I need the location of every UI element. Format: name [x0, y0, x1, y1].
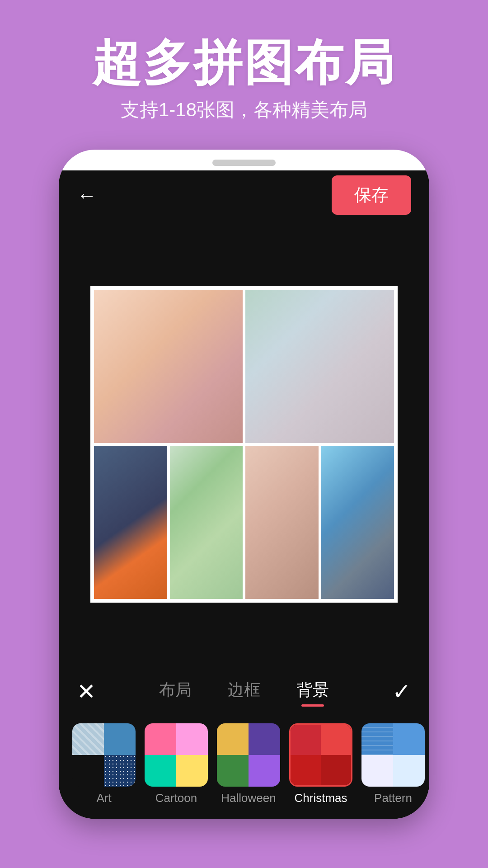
collage-row-bottom: [94, 446, 394, 599]
pattern-q1: [361, 723, 393, 755]
bottom-bar: ✕ 布局 边框 背景 ✓: [59, 669, 429, 819]
theme-cartoon[interactable]: Cartoon: [145, 723, 208, 805]
top-section: 超多拼图布局 支持1-18张图，各种精美布局: [0, 0, 488, 150]
art-q4: [104, 755, 136, 787]
phone-speaker: [212, 160, 276, 166]
collage-row-top: [94, 290, 394, 443]
pattern-q2: [393, 723, 425, 755]
theme-pattern-preview: [361, 723, 425, 787]
collage-cell-4[interactable]: [170, 446, 243, 599]
theme-art-label: Art: [96, 791, 111, 805]
sub-title: 支持1-18张图，各种精美布局: [121, 97, 367, 123]
close-button[interactable]: ✕: [77, 679, 104, 705]
theme-christmas-label: Christmas: [294, 791, 347, 805]
theme-art-preview: [72, 723, 136, 787]
cartoon-q2: [176, 723, 208, 755]
top-bar: ← 保存: [59, 170, 429, 220]
back-button[interactable]: ←: [77, 184, 97, 207]
art-q1: [72, 723, 104, 755]
theme-cartoon-preview: [145, 723, 208, 787]
theme-art[interactable]: Art: [72, 723, 136, 805]
theme-pattern-label: Pattern: [374, 791, 412, 805]
collage-cell-2[interactable]: [245, 290, 394, 443]
christmas-q3: [291, 755, 321, 785]
art-q3: [72, 755, 104, 787]
cartoon-q3: [145, 755, 176, 787]
tab-background[interactable]: 背景: [296, 679, 329, 704]
christmas-q1: [291, 725, 321, 755]
cartoon-q4: [176, 755, 208, 787]
collage-cell-1[interactable]: [94, 290, 243, 443]
theme-halloween[interactable]: Halloween: [217, 723, 280, 805]
tabs-group: 布局 边框 背景: [104, 679, 384, 704]
theme-christmas[interactable]: Christmas: [289, 723, 352, 805]
theme-halloween-label: Halloween: [221, 791, 276, 805]
theme-halloween-preview: [217, 723, 280, 787]
tabs-row: ✕ 布局 边框 背景 ✓: [59, 669, 429, 714]
collage-cell-5[interactable]: [245, 446, 319, 599]
tab-layout[interactable]: 布局: [159, 679, 192, 704]
theme-cartoon-label: Cartoon: [155, 791, 197, 805]
phone-screen: ← 保存: [59, 170, 429, 819]
pattern-q3: [361, 755, 393, 787]
halloween-q1: [217, 723, 249, 755]
main-title: 超多拼图布局: [92, 36, 396, 90]
save-button[interactable]: 保存: [332, 175, 411, 215]
theme-christmas-preview: [289, 723, 352, 787]
collage-container: [90, 286, 398, 603]
halloween-q3: [217, 755, 249, 787]
halloween-q2: [249, 723, 280, 755]
halloween-q4: [249, 755, 280, 787]
christmas-q2: [321, 725, 351, 755]
tab-border[interactable]: 边框: [228, 679, 260, 704]
collage-cell-3[interactable]: [94, 446, 167, 599]
pattern-q4: [393, 755, 425, 787]
themes-strip: Art Cartoon: [59, 714, 429, 819]
collage-cell-6[interactable]: [321, 446, 394, 599]
art-q2: [104, 723, 136, 755]
christmas-q4: [321, 755, 351, 785]
theme-pattern[interactable]: Pattern: [361, 723, 425, 805]
confirm-button[interactable]: ✓: [384, 679, 411, 705]
collage-area: [59, 220, 429, 669]
phone-frame: ← 保存: [59, 150, 429, 819]
cartoon-q1: [145, 723, 176, 755]
